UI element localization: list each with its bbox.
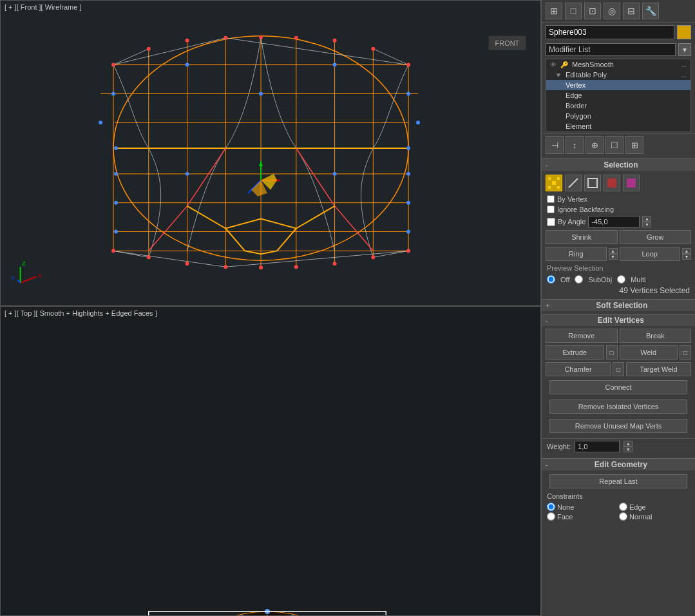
constraint-face-label: Face bbox=[557, 513, 573, 521]
sel-edge-btn[interactable] bbox=[565, 175, 582, 191]
tool-icon-4[interactable]: ◎ bbox=[604, 3, 620, 19]
ring-btn[interactable]: Ring bbox=[546, 247, 607, 261]
selection-header[interactable]: - Selection bbox=[542, 159, 695, 171]
edit-vertices-title: Edit Vertices bbox=[551, 316, 691, 325]
remove-btn[interactable]: Remove bbox=[546, 329, 618, 343]
break-btn[interactable]: Break bbox=[620, 329, 692, 343]
extrude-btn[interactable]: Extrude bbox=[546, 345, 604, 360]
weight-down-btn[interactable]: ▼ bbox=[624, 447, 633, 452]
loop-up-btn[interactable]: ▲ bbox=[682, 248, 691, 254]
svg-rect-204 bbox=[588, 178, 597, 188]
svg-rect-0 bbox=[1, 1, 540, 305]
remove-unused-row: Remove Unused Map Verts bbox=[542, 416, 695, 436]
remove-unused-btn[interactable]: Remove Unused Map Verts bbox=[549, 419, 687, 433]
weight-input[interactable] bbox=[575, 441, 620, 452]
sel-border-btn[interactable] bbox=[584, 175, 601, 191]
svg-point-61 bbox=[333, 63, 337, 67]
ring-up-btn[interactable]: ▲ bbox=[609, 248, 618, 254]
remove-isolated-btn[interactable]: Remove Isolated Vertices bbox=[549, 399, 687, 414]
svg-rect-201 bbox=[548, 186, 551, 189]
target-weld-btn[interactable]: Target Weld bbox=[626, 362, 691, 376]
modifier-dropdown-btn[interactable]: ▼ bbox=[678, 43, 691, 56]
preview-subobj-label: SubObj bbox=[588, 276, 612, 284]
by-vertex-checkbox[interactable] bbox=[547, 195, 555, 203]
mod-meshsmooth[interactable]: 👁 🔑 MeshSmooth ... bbox=[546, 59, 690, 70]
vertices-selected-count: 49 Vertices Selected bbox=[542, 285, 695, 296]
viewport-top[interactable]: [ + ][ Front ][ Wireframe ] FRONT bbox=[0, 0, 541, 306]
tool-icon-6[interactable]: 🔧 bbox=[642, 3, 659, 19]
weight-up-btn[interactable]: ▲ bbox=[624, 441, 633, 447]
extrude-settings-btn[interactable]: □ bbox=[606, 345, 618, 360]
viewport-area: [ + ][ Front ][ Wireframe ] FRONT bbox=[0, 0, 541, 616]
mod-edge[interactable]: Edge bbox=[546, 90, 690, 101]
mod-vertex[interactable]: Vertex bbox=[546, 80, 690, 90]
svg-point-30 bbox=[111, 63, 115, 67]
chamfer-settings-btn[interactable]: □ bbox=[613, 362, 624, 376]
edit-geometry-header[interactable]: - Edit Geometry bbox=[542, 458, 695, 470]
ring-down-btn[interactable]: ▼ bbox=[609, 254, 618, 260]
svg-point-37 bbox=[371, 47, 375, 51]
remove-break-row: Remove Break bbox=[542, 327, 695, 344]
grow-btn[interactable]: Grow bbox=[620, 230, 692, 244]
sel-vertex-btn[interactable] bbox=[546, 175, 562, 191]
constraint-normal-item: Normal bbox=[619, 512, 690, 521]
preview-subobj-radio[interactable] bbox=[575, 275, 583, 284]
smooth-svg bbox=[1, 307, 540, 615]
angle-value-input[interactable] bbox=[588, 216, 640, 227]
weld-settings-btn[interactable]: □ bbox=[680, 345, 691, 360]
soft-selection-header[interactable]: + Soft Selection bbox=[542, 299, 695, 311]
svg-point-56 bbox=[114, 201, 118, 205]
svg-point-35 bbox=[294, 36, 298, 40]
by-vertex-label: By Vertex bbox=[557, 195, 587, 203]
constraint-edge-radio[interactable] bbox=[619, 503, 627, 511]
toolbar-config-btn[interactable]: ⊞ bbox=[625, 136, 643, 154]
chamfer-btn[interactable]: Chamfer bbox=[546, 362, 611, 376]
mod-element[interactable]: Element bbox=[546, 121, 690, 131]
weld-btn[interactable]: Weld bbox=[620, 345, 678, 360]
toolbar-pin-btn[interactable]: ⊣ bbox=[546, 136, 564, 154]
toolbar-move-btn[interactable]: ↕ bbox=[566, 136, 584, 154]
angle-down-btn[interactable]: ▼ bbox=[642, 222, 651, 227]
preview-off-label: Off bbox=[560, 276, 569, 284]
object-color-swatch[interactable] bbox=[677, 25, 691, 39]
selection-body: By Vertex Ignore Backfacing By Angle ▲ ▼… bbox=[542, 171, 695, 298]
toolbar-paste-btn[interactable]: ☐ bbox=[605, 136, 624, 154]
edit-vertices-body: Remove Break Extrude □ Weld □ Chamfer □ … bbox=[542, 326, 695, 456]
svg-point-47 bbox=[406, 249, 410, 253]
by-angle-checkbox[interactable] bbox=[547, 218, 555, 226]
ignore-backfacing-checkbox[interactable] bbox=[547, 206, 555, 213]
mod-polygon[interactable]: Polygon bbox=[546, 111, 690, 121]
svg-rect-78 bbox=[1, 307, 540, 615]
mod-editable-poly[interactable]: ▼ Editable Poly ... bbox=[546, 70, 690, 80]
modifier-list-input[interactable] bbox=[546, 43, 676, 56]
preview-multi-radio[interactable] bbox=[617, 275, 625, 284]
tool-icon-2[interactable]: □ bbox=[565, 3, 582, 19]
object-name-input[interactable] bbox=[546, 25, 674, 39]
viewport-bottom[interactable]: [ + ][ Top ][ Smooth + Highlights + Edge… bbox=[0, 306, 541, 616]
shrink-btn[interactable]: Shrink bbox=[546, 230, 618, 244]
tool-icon-3[interactable]: ⊡ bbox=[584, 3, 601, 19]
sel-polygon-btn[interactable] bbox=[604, 175, 620, 191]
preview-off-radio[interactable] bbox=[547, 275, 555, 284]
edit-vertices-header[interactable]: - Edit Vertices bbox=[542, 314, 695, 326]
loop-btn[interactable]: Loop bbox=[620, 247, 681, 261]
weight-label: Weight: bbox=[547, 443, 571, 450]
constraint-edge-item: Edge bbox=[619, 503, 690, 511]
angle-up-btn[interactable]: ▲ bbox=[642, 216, 651, 222]
svg-point-50 bbox=[99, 120, 102, 124]
constraint-face-radio[interactable] bbox=[547, 512, 555, 521]
tool-icon-1[interactable]: ⊞ bbox=[546, 3, 562, 19]
repeat-last-btn[interactable]: Repeat Last bbox=[549, 474, 687, 488]
sel-element-btn[interactable] bbox=[623, 175, 640, 191]
extrude-weld-row: Extrude □ Weld □ bbox=[542, 344, 695, 361]
loop-down-btn[interactable]: ▼ bbox=[682, 254, 691, 260]
modifier-list-row: ▼ bbox=[542, 42, 695, 57]
constraint-none-radio[interactable] bbox=[547, 503, 555, 511]
by-angle-label: By Angle bbox=[558, 218, 586, 226]
constraint-normal-radio[interactable] bbox=[619, 512, 627, 521]
toolbar-copy-btn[interactable]: ⊕ bbox=[586, 136, 604, 154]
constraint-normal-label: Normal bbox=[629, 513, 652, 521]
mod-border[interactable]: Border bbox=[546, 101, 690, 111]
tool-icon-5[interactable]: ⊟ bbox=[623, 3, 640, 19]
connect-btn[interactable]: Connect bbox=[549, 380, 687, 394]
